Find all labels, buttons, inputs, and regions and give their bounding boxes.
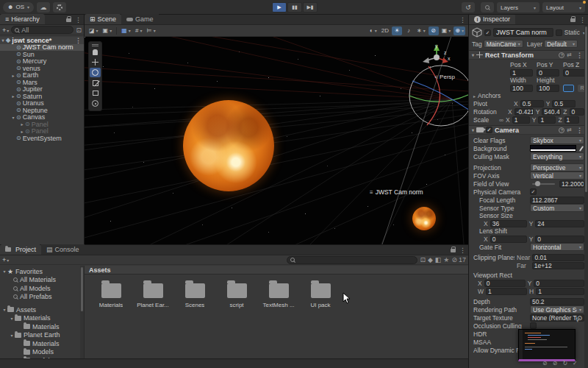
lock-icon[interactable]: [451, 249, 456, 252]
favorites-star-icon[interactable]: ★: [443, 256, 449, 263]
layers-dropdown[interactable]: Layers ▾: [497, 2, 539, 13]
blueprint-mode-button[interactable]: [563, 85, 574, 92]
refresh-icon[interactable]: ↻: [562, 360, 567, 367]
rotation-y-field[interactable]: 540.4: [542, 108, 561, 116]
search-by-type-icon[interactable]: ⊡: [76, 26, 82, 34]
pivot-x-field[interactable]: 0.5: [520, 100, 544, 107]
project-search-input[interactable]: [287, 256, 417, 264]
tree-scrollbar[interactable]: [80, 266, 84, 358]
overlay-mini-window[interactable]: [518, 329, 576, 361]
viewport-w-field[interactable]: 1: [486, 288, 527, 295]
rect-transform-header[interactable]: ▾ Rect Transform ? ⇄ ⋮: [469, 50, 588, 60]
panel-menu-icon[interactable]: ⋮: [73, 16, 84, 24]
asset-folder[interactable]: Planet Ear...: [137, 283, 169, 308]
hierarchy-item[interactable]: ▸⊙Saturn: [0, 93, 84, 100]
fov-slider[interactable]: [532, 183, 555, 185]
eyedropper-icon[interactable]: [579, 146, 584, 152]
scene-row[interactable]: ▾ ◈ jswt scence* ⋮: [0, 37, 84, 44]
object-name-field[interactable]: [493, 28, 553, 37]
search-by-label-icon[interactable]: ◧: [435, 256, 442, 263]
search-button[interactable]: [481, 2, 494, 13]
panel-menu-icon[interactable]: ⋮: [457, 16, 468, 24]
pivot-y-field[interactable]: 0.5: [552, 100, 576, 107]
component-menu-icon[interactable]: ⋮: [574, 52, 585, 59]
settings-button[interactable]: [53, 2, 66, 13]
clear-flags-dropdown[interactable]: Skybox▾: [530, 136, 584, 144]
account-dropdown[interactable]: ☻ OS ▾: [3, 2, 34, 13]
camera-header[interactable]: ▾ ✓ Camera ? ⇄ ⋮: [469, 125, 588, 135]
asset-folder[interactable]: script: [220, 283, 253, 308]
snap-dropdown[interactable]: #▾: [134, 26, 144, 35]
active-checkbox[interactable]: ✓: [484, 29, 491, 36]
tab-hierarchy[interactable]: ≡ Hierarchy: [0, 14, 45, 24]
scale-z-field[interactable]: 1: [564, 116, 579, 124]
rotation-x-field[interactable]: -0.421: [514, 108, 534, 116]
scroll-down-icon[interactable]: ▾: [576, 318, 579, 324]
projection-dropdown[interactable]: Perspective▾: [530, 163, 584, 171]
foldout-icon[interactable]: ▸: [10, 93, 16, 99]
asset-folder[interactable]: TextMesh ...: [262, 283, 295, 308]
viewport-x-field[interactable]: 0: [484, 280, 526, 287]
camera-enabled-checkbox[interactable]: ✓: [486, 127, 492, 133]
search-in-assets-icon[interactable]: ⊡: [420, 256, 426, 263]
presets-icon[interactable]: ⇄: [567, 52, 572, 58]
scale-y-field[interactable]: 1: [538, 116, 556, 124]
physical-camera-checkbox[interactable]: ✓: [530, 188, 537, 195]
tray-icons[interactable]: ⊘ ⊘ ↻ ✓: [542, 360, 578, 367]
asset-folder[interactable]: Scenes: [179, 283, 211, 308]
layer-dropdown[interactable]: Default▾: [544, 40, 578, 48]
favorite-item[interactable]: All Models: [0, 284, 84, 293]
component-menu-icon[interactable]: ⋮: [574, 127, 585, 134]
tab-inspector[interactable]: i Inspector: [469, 15, 515, 24]
foldout-icon[interactable]: ▾: [9, 316, 15, 321]
asset-folder[interactable]: UI pack: [304, 283, 337, 308]
hierarchy-item[interactable]: ⊙Mercury: [0, 58, 84, 66]
step-button[interactable]: ▶▮: [303, 2, 318, 13]
background-color-swatch[interactable]: [530, 145, 576, 152]
far-field[interactable]: 1e+12: [532, 262, 584, 269]
small-sun-sphere[interactable]: [412, 207, 436, 230]
tree-item[interactable]: Materials: [0, 322, 84, 331]
tree-item[interactable]: ▾Assets: [0, 305, 84, 314]
check-circle-icon[interactable]: ✓: [573, 360, 578, 367]
foldout-icon[interactable]: ▾: [9, 333, 15, 338]
rendering-path-dropdown[interactable]: Use Graphics Setting▾: [530, 305, 584, 314]
static-checkbox[interactable]: [556, 29, 562, 36]
presets-icon[interactable]: ⇄: [567, 127, 572, 133]
project-search-field[interactable]: [297, 257, 414, 263]
scene-viewport[interactable]: y z x < Persp ≡ JWST Cam norm: [85, 37, 468, 244]
pos-x-field[interactable]: 1: [510, 69, 533, 77]
hierarchy-item[interactable]: ⊙Uranus: [0, 100, 84, 107]
favorite-item[interactable]: All Materials: [0, 276, 84, 285]
tree-item[interactable]: ▾Planet Earth: [0, 331, 84, 340]
foldout-icon[interactable]: ▸: [473, 93, 476, 99]
fov-axis-dropdown[interactable]: Vertical▾: [530, 171, 584, 180]
lock-icon[interactable]: [570, 18, 576, 22]
scale-x-field[interactable]: 1: [512, 116, 530, 124]
lock-icon[interactable]: [66, 18, 71, 22]
audio-toggle[interactable]: ♪: [404, 26, 414, 35]
height-field[interactable]: 100: [537, 85, 559, 92]
gate-fit-dropdown[interactable]: Horizontal▾: [530, 243, 584, 251]
lens-x-field[interactable]: 0: [490, 236, 527, 243]
panel-menu-icon[interactable]: ⋮: [457, 247, 468, 254]
pos-z-field[interactable]: 0: [563, 69, 586, 77]
tab-game[interactable]: Game: [121, 14, 159, 24]
sun-sphere[interactable]: [183, 100, 274, 191]
tab-console[interactable]: ▤ Console: [41, 244, 85, 255]
link-icon[interactable]: ∞: [499, 116, 503, 124]
scale-tool-button[interactable]: [90, 78, 101, 88]
rect-tool-button[interactable]: [90, 88, 101, 98]
search-by-type-icon[interactable]: ◆: [428, 256, 433, 263]
play-button[interactable]: ▶: [272, 2, 287, 13]
fov-value-field[interactable]: 12.2000: [559, 180, 584, 188]
hidden-items-toggle[interactable]: ⊘ 17: [451, 256, 466, 263]
hierarchy-search-input[interactable]: All: [11, 26, 74, 34]
viewport-h-field[interactable]: 1: [536, 288, 584, 295]
gizmos-dropdown[interactable]: ⊕▾: [453, 26, 465, 35]
tree-item[interactable]: Materials: [0, 339, 84, 348]
asset-folder[interactable]: Materials: [95, 283, 127, 308]
draw-mode-dropdown[interactable]: ◪▾: [87, 26, 100, 35]
hierarchy-item[interactable]: ⊙Jupiter: [0, 86, 84, 93]
favorite-item[interactable]: All Prefabs: [0, 293, 84, 302]
